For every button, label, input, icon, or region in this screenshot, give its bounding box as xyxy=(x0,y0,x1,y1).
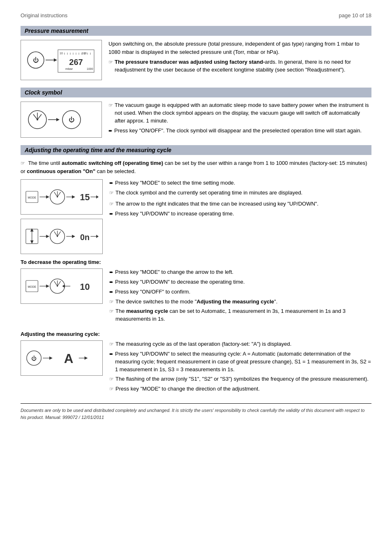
page-number: page 10 of 18 xyxy=(339,12,371,18)
dec-note3-text: Press key "ON/OFF" to confirm. xyxy=(115,288,190,296)
original-instructions-label: Original instructions xyxy=(21,12,67,18)
clock-text: The vacuum gauge is equipped with an aut… xyxy=(108,102,371,136)
svg-text:10: 10 xyxy=(60,52,63,55)
adj-note1: Press key "MODE" to select the time sett… xyxy=(109,179,371,187)
decrease-content: MODE 10 xyxy=(21,268,371,325)
dec-note1: Press key "MODE" to change the arrow to … xyxy=(109,268,371,276)
svg-text:⏻: ⏻ xyxy=(31,355,37,361)
svg-line-52 xyxy=(58,231,61,236)
memo-icon-meas4 xyxy=(109,386,114,393)
arrow-icon-meas2 xyxy=(109,351,113,358)
svg-line-51 xyxy=(54,231,58,236)
svg-text:10: 10 xyxy=(80,282,90,292)
svg-marker-46 xyxy=(30,240,34,244)
svg-text:MODE: MODE xyxy=(28,196,36,199)
pressure-diagram: ⏻ 10 100 267 xyxy=(21,40,102,80)
svg-text:⏻: ⏻ xyxy=(33,57,39,63)
adj-note4: Press key "UP/DOWN" to increase operatin… xyxy=(109,210,371,218)
adjusting-section: Adjusting the operating time and the mea… xyxy=(21,145,371,395)
measuring-title: Adjusting the measuring cycle: xyxy=(21,331,371,337)
adjusting-intro: The time until automatic switching off (… xyxy=(21,159,371,175)
meas-note2: Press key "UP/DOWN" to select the measur… xyxy=(109,350,371,374)
meas-note3: The flashing of the arrow (only "S1", "S… xyxy=(109,375,371,383)
memo-icon-adj2 xyxy=(109,190,114,197)
svg-text:100: 100 xyxy=(82,52,87,55)
memo-icon-dec4 xyxy=(109,298,114,305)
page-header: Original instructions page 10 of 18 xyxy=(21,12,371,18)
memo-icon-adj3 xyxy=(109,201,114,208)
pressure-note1: The pressure transducer was adjusted usi… xyxy=(108,58,371,74)
pressure-section-body: ⏻ 10 100 267 xyxy=(21,40,371,80)
svg-text:1000: 1000 xyxy=(87,67,93,70)
arrow-icon-dec3 xyxy=(109,289,113,296)
svg-text:A: A xyxy=(64,352,74,366)
pressure-section-title: Pressure measurement xyxy=(21,26,371,36)
svg-marker-3 xyxy=(54,58,57,62)
svg-marker-77 xyxy=(85,356,88,360)
svg-line-23 xyxy=(37,114,42,120)
dec-note3: Press key "ON/OFF" to confirm. xyxy=(109,288,371,296)
adj-note2: The clock symbol and the currently set o… xyxy=(109,189,371,197)
arrow-icon-dec1 xyxy=(109,269,113,276)
memo-icon-meas1 xyxy=(109,341,114,348)
footer-text: Documents are only to be used and distri… xyxy=(21,408,364,420)
dec-note5-text: The measuring cycle can be set to Automa… xyxy=(115,308,371,323)
clock-section-body: ⏻ The vacuum gauge is equipped with an a… xyxy=(21,102,371,138)
svg-marker-39 xyxy=(72,195,75,199)
pressure-text: Upon switching on, the absolute pressure… xyxy=(108,40,371,76)
arrow-icon-adj4 xyxy=(109,210,113,217)
adj-note2-text: The clock symbol and the currently set o… xyxy=(115,189,302,197)
meas-note1: The measuring cycle as of the last opera… xyxy=(109,340,371,348)
clock-diagram: ⏻ xyxy=(21,102,102,138)
svg-line-65 xyxy=(54,281,58,286)
svg-text:MODE: MODE xyxy=(28,285,36,288)
clock-section: Clock symbol ⏻ The xyxy=(21,88,371,138)
meas-note4-text: Press key "MODE" to change the direction… xyxy=(115,385,260,393)
dec-note2-text: Press key "UP/DOWN" to decrease the oper… xyxy=(115,278,245,286)
dec-note4: The device switches to the mode "Adjusti… xyxy=(109,298,371,306)
meas-note1-text: The measuring cycle as of the last opera… xyxy=(115,340,291,348)
adjusting-notes1: Press key "MODE" to select the time sett… xyxy=(109,179,371,220)
decrease-subsection: To decrease the operating time: MODE xyxy=(21,259,371,325)
decrease-diagrams: MODE 10 xyxy=(21,268,103,304)
meas-note4: Press key "MODE" to change the direction… xyxy=(109,385,371,393)
svg-text:267: 267 xyxy=(69,58,83,67)
svg-text:15: 15 xyxy=(80,192,90,202)
decrease-diag: MODE 10 xyxy=(21,268,103,304)
svg-line-22 xyxy=(33,114,37,120)
adjusting-section-title: Adjusting the operating time and the mea… xyxy=(21,145,371,155)
meas-note2-text: Press key "UP/DOWN" to select the measur… xyxy=(115,350,371,374)
pressure-section: Pressure measurement ⏻ 10 100 xyxy=(21,26,371,80)
svg-point-67 xyxy=(57,286,58,287)
measuring-diagrams: ⏻ A xyxy=(21,340,103,376)
svg-point-24 xyxy=(37,119,38,120)
svg-marker-32 xyxy=(46,195,49,199)
svg-marker-58 xyxy=(96,235,99,238)
svg-line-36 xyxy=(58,192,61,197)
measuring-notes: The measuring cycle as of the last opera… xyxy=(109,340,371,395)
arrow-icon-clock2 xyxy=(108,127,113,134)
footer: Documents are only to be used and distri… xyxy=(21,403,371,421)
svg-marker-74 xyxy=(49,356,53,360)
dec-note5: The measuring cycle can be set to Automa… xyxy=(109,308,371,323)
dec-note2: Press key "UP/DOWN" to decrease the oper… xyxy=(109,278,371,286)
svg-marker-48 xyxy=(46,235,49,238)
svg-marker-62 xyxy=(46,284,49,288)
adj-note1-text: Press key "MODE" to select the time sett… xyxy=(115,179,235,187)
svg-marker-26 xyxy=(56,118,60,121)
memo-icon-meas3 xyxy=(109,376,114,383)
svg-text:mbar: mbar xyxy=(65,67,73,71)
adjusting-diagrams: MODE 15 xyxy=(21,179,103,254)
adj-note4-text: Press key "UP/DOWN" to increase operatin… xyxy=(115,210,234,218)
memo-icon-dec5 xyxy=(109,308,114,315)
clock-note1-text: The vacuum gauge is equipped with an aut… xyxy=(115,102,371,125)
pressure-note1-text: The pressure transducer was adjusted usi… xyxy=(115,58,371,74)
decrease-notes: Press key "MODE" to change the arrow to … xyxy=(109,268,371,325)
measuring-diag: ⏻ A xyxy=(21,340,103,376)
svg-marker-55 xyxy=(72,235,75,238)
adjusting-diag1: MODE 15 xyxy=(21,179,103,215)
memo-icon-clock1 xyxy=(108,102,113,109)
meas-note3-text: The flashing of the arrow (only "S1", "S… xyxy=(115,375,369,383)
clock-note2-text: Press key "ON/OFF". The clock symbol wil… xyxy=(114,127,362,135)
decrease-title: To decrease the operating time: xyxy=(21,259,371,265)
